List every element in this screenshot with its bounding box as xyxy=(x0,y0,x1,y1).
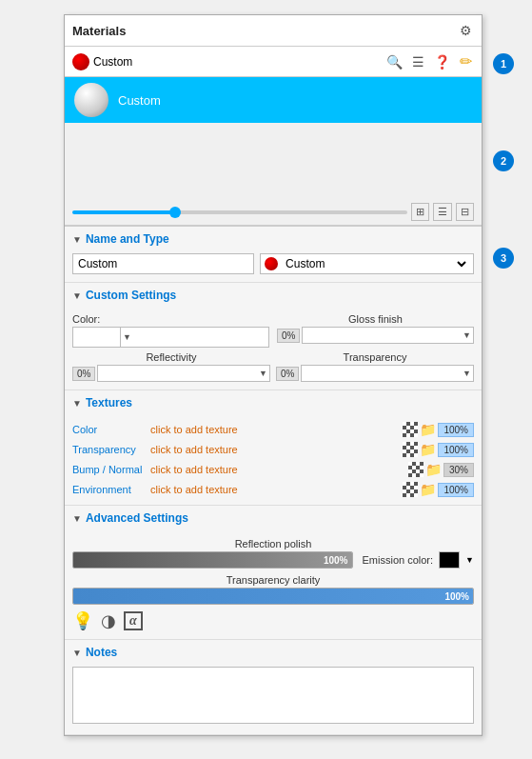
help-button[interactable]: ❓ xyxy=(432,52,452,71)
color-dropdown-arrow[interactable]: ▼ xyxy=(121,332,133,342)
reflectivity-input[interactable] xyxy=(98,366,257,381)
advanced-title: Advanced Settings xyxy=(86,511,188,525)
trans-value-badge: 0% xyxy=(276,367,299,381)
pencil-button[interactable]: ✏ xyxy=(458,50,474,72)
preview-slider[interactable] xyxy=(72,210,407,214)
checker-icon-env[interactable] xyxy=(403,482,418,497)
alpha-icon[interactable]: α xyxy=(124,611,143,630)
adv-icons-row: 💡 ◑ α xyxy=(72,610,474,631)
transparency-input[interactable] xyxy=(302,366,461,381)
search-bar: 🔍 ☰ ❓ ✏ xyxy=(65,47,482,77)
custom-settings-section: ▼ Custom Settings Color: ▼ Gloss finish xyxy=(65,283,482,390)
emission-label: Emission color: xyxy=(363,554,434,566)
texture-row-color: Color click to add texture 📁 100% xyxy=(72,422,474,437)
texture-env-link[interactable]: click to add texture xyxy=(150,484,397,495)
grid-view-button[interactable]: ⊞ xyxy=(411,203,429,221)
notes-textarea[interactable] xyxy=(72,667,474,724)
advanced-settings-section: ▼ Advanced Settings Reflection polish 10… xyxy=(65,506,482,640)
checker-icon-trans[interactable] xyxy=(403,442,418,457)
emission-row: Emission color: ▼ xyxy=(363,551,475,569)
gloss-dropdown-arrow[interactable]: ▼ xyxy=(461,330,473,340)
search-button[interactable]: 🔍 xyxy=(384,52,404,71)
menu-button[interactable]: ☰ xyxy=(410,52,426,71)
trans-dropdown-arrow[interactable]: ▼ xyxy=(461,369,473,378)
checker-icon-bump[interactable] xyxy=(408,462,424,477)
gloss-input[interactable] xyxy=(303,328,461,343)
color-select-wrap[interactable]: ▼ xyxy=(72,327,269,348)
emission-dropdown[interactable]: ▼ xyxy=(465,555,474,565)
folder-icon-env[interactable]: 📁 xyxy=(420,482,436,497)
checker-icon-color[interactable] xyxy=(403,422,418,437)
texture-bump-label: Bump / Normal xyxy=(72,464,145,475)
textures-title: Textures xyxy=(86,396,132,409)
advanced-settings-header[interactable]: ▼ Advanced Settings xyxy=(65,506,482,529)
texture-bump-link[interactable]: click to add texture xyxy=(150,464,403,475)
texture-color-link[interactable]: click to add texture xyxy=(150,424,397,435)
textures-header[interactable]: ▼ Textures xyxy=(65,390,482,413)
texture-row-env: Environment click to add texture 📁 100% xyxy=(72,482,474,497)
texture-color-pct: 100% xyxy=(438,423,474,437)
gloss-value-badge: 0% xyxy=(277,329,300,343)
right-sidebar: 1 2 3 xyxy=(493,53,514,269)
reflection-polish-field: Reflection polish 100% Emission color: xyxy=(72,538,474,569)
reflection-polish-fill xyxy=(73,552,352,568)
refl-trans-row: Reflectivity 0% ▼ Transparency 0% xyxy=(72,351,474,382)
notes-title: Notes xyxy=(86,646,117,659)
transparency-clarity-fill xyxy=(73,589,473,604)
reflectivity-label: Reflectivity xyxy=(72,351,270,363)
name-type-title: Name and Type xyxy=(86,232,169,246)
split-view-button[interactable]: ⊟ xyxy=(456,203,474,221)
custom-settings-title: Custom Settings xyxy=(86,289,176,302)
custom-settings-body: Color: ▼ Gloss finish 0% ▼ xyxy=(65,306,482,389)
custom-settings-header[interactable]: ▼ Custom Settings xyxy=(65,283,482,306)
transparency-clarity-value: 100% xyxy=(444,591,469,602)
reflection-polish-value: 100% xyxy=(324,555,348,566)
sidebar-badge-2[interactable]: 2 xyxy=(493,150,514,171)
custom-settings-arrow: ▼ xyxy=(72,290,82,301)
material-list-item[interactable]: Custom xyxy=(65,77,482,123)
textures-section: ▼ Textures Color click to add texture 📁 … xyxy=(65,390,482,506)
trans-input-wrap: ▼ xyxy=(301,365,474,382)
light-bulb-icon[interactable]: 💡 xyxy=(72,610,93,631)
preview-empty-area xyxy=(65,123,482,199)
title-bar: Materials ⚙ xyxy=(65,15,482,47)
texture-color-icons: 📁 100% xyxy=(403,422,474,437)
texture-trans-link[interactable]: click to add texture xyxy=(150,444,397,455)
props-panel: ▼ Name and Type Custom ▼ Cus xyxy=(65,227,482,735)
sidebar-badge-3[interactable]: 3 xyxy=(493,248,514,269)
sidebar-badge-1[interactable]: 1 xyxy=(493,53,514,74)
name-type-arrow: ▼ xyxy=(72,234,82,245)
gloss-label: Gloss finish xyxy=(277,313,474,325)
type-red-icon xyxy=(265,257,278,270)
list-view-button[interactable]: ☰ xyxy=(433,203,452,221)
folder-icon-color[interactable]: 📁 xyxy=(420,422,436,437)
folder-icon-bump[interactable]: 📁 xyxy=(425,462,442,477)
window-title: Materials xyxy=(72,24,126,38)
half-circle-icon[interactable]: ◑ xyxy=(101,610,116,631)
transparency-row: 0% ▼ xyxy=(276,365,474,382)
reflection-polish-slider[interactable]: 100% xyxy=(72,551,353,569)
material-red-icon xyxy=(72,53,89,70)
transparency-field: Transparency 0% ▼ xyxy=(276,351,474,382)
refl-dropdown-arrow[interactable]: ▼ xyxy=(257,369,269,378)
transparency-clarity-slider[interactable]: 100% xyxy=(72,588,474,605)
type-select-wrap: Custom xyxy=(260,253,474,274)
texture-trans-icons: 📁 100% xyxy=(403,442,474,457)
name-type-row: Custom xyxy=(72,253,474,274)
refl-input-wrap: ▼ xyxy=(97,365,270,382)
texture-env-label: Environment xyxy=(72,484,145,495)
material-name-input[interactable] xyxy=(72,253,254,274)
texture-bump-icons: 📁 30% xyxy=(408,462,474,477)
name-and-type-header[interactable]: ▼ Name and Type xyxy=(65,227,482,250)
search-input[interactable] xyxy=(93,55,381,69)
folder-icon-trans[interactable]: 📁 xyxy=(420,442,436,457)
notes-header[interactable]: ▼ Notes xyxy=(65,640,482,663)
type-select[interactable]: Custom xyxy=(282,256,469,271)
gear-button[interactable]: ⚙ xyxy=(458,21,474,40)
preview-area: Custom ⊞ ☰ ⊟ xyxy=(65,77,482,227)
notes-body xyxy=(65,663,482,734)
emission-color-box[interactable] xyxy=(439,551,460,569)
reflection-polish-track: 100% xyxy=(72,551,353,569)
reflectivity-row: 0% ▼ xyxy=(72,365,270,382)
texture-env-pct: 100% xyxy=(438,483,474,497)
